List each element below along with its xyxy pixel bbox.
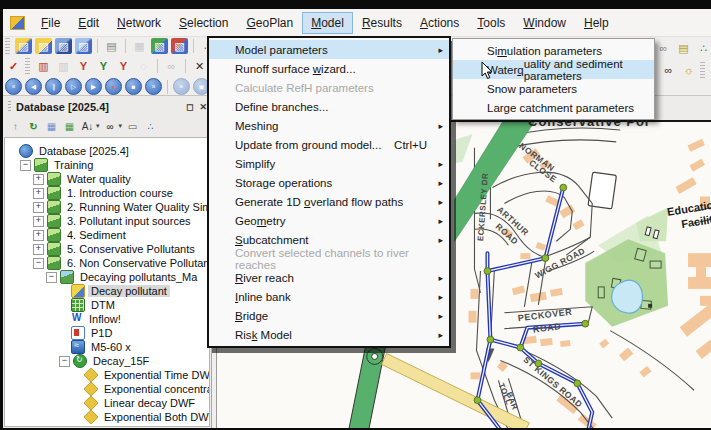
trace-upstream-icon[interactable] (75, 58, 92, 74)
tree-expander-collapse[interactable]: − (20, 160, 31, 171)
grid-view-icon[interactable] (62, 119, 77, 134)
tree-expander-expand[interactable]: + (33, 244, 44, 255)
open-window-icon[interactable] (125, 119, 140, 134)
tree-item-1-introduction-course[interactable]: +1. Introduction course (5, 186, 209, 200)
menu-item-river-reach[interactable]: River reach▸ (209, 268, 449, 287)
panel-float-button[interactable]: ◻ (186, 102, 193, 112)
toolbar-grip[interactable] (5, 38, 10, 54)
tree-item-decay-15f[interactable]: −Decay_15F (5, 354, 209, 368)
tree-item-exponential-concentration-dwf[interactable]: Exponential concentration DWF (5, 382, 209, 396)
tree-item-training[interactable]: −Training (5, 158, 209, 172)
replay-start-icon[interactable] (5, 78, 22, 95)
sort-icon[interactable] (80, 119, 95, 134)
pause-icon[interactable] (45, 78, 62, 95)
update-network-icon[interactable] (75, 38, 92, 54)
tree-item-6-non-conservative-pollutants[interactable]: −6. Non Conservative Pollutants (5, 256, 209, 270)
hierarchy-icon[interactable] (143, 119, 158, 134)
tree-item-water-quality[interactable]: +Water quality (5, 172, 209, 186)
export-results-icon[interactable] (675, 40, 692, 56)
tree-expander-expand[interactable]: + (33, 216, 44, 227)
tree-item-p1d[interactable]: P1D (5, 326, 209, 340)
step-back-icon[interactable] (25, 78, 42, 95)
toolbar-grip[interactable] (25, 58, 30, 74)
menu-network[interactable]: Network (108, 12, 170, 34)
trace-downstream-icon[interactable] (95, 58, 112, 74)
open-model-icon[interactable] (35, 38, 52, 54)
tree-item-linear-decay-dwf[interactable]: Linear decay DWF (5, 396, 209, 410)
menu-actions[interactable]: Actions (411, 12, 468, 34)
layers-icon[interactable] (695, 40, 711, 56)
menu-item-inline-bank[interactable]: Inline bank▸ (209, 287, 449, 306)
tree-expander-collapse[interactable]: − (59, 356, 70, 367)
menu-item-simplify[interactable]: Simplify▸ (209, 154, 449, 173)
clear-selection-icon[interactable] (191, 58, 208, 74)
menu-selection[interactable]: Selection (170, 12, 237, 34)
table-view-icon[interactable] (44, 119, 59, 134)
tree-item-exponential-both-dwf[interactable]: Exponential Both DWF (5, 410, 209, 424)
submenu-arrow-icon: ▸ (438, 197, 443, 207)
tree-item-4-sediment[interactable]: +4. Sediment (5, 228, 209, 242)
new-model-icon[interactable] (15, 38, 32, 54)
menu-item-risk-model[interactable]: Risk Model▸ (209, 325, 449, 344)
menu-item-generate-1d-overland-flow-paths[interactable]: Generate 1D overland flow paths▸ (209, 192, 449, 211)
find-network-object-icon[interactable] (660, 62, 677, 78)
tree-item-inflow[interactable]: Inflow! (5, 312, 209, 326)
grid-report-icon[interactable] (35, 58, 52, 74)
print-icon[interactable] (103, 38, 120, 54)
menu-edit[interactable]: Edit (69, 12, 108, 34)
tree-item-3-pollutant-input-sources[interactable]: +3. Pollutant input sources (5, 214, 209, 228)
tree-item-m5-60-x[interactable]: M5-60 x (5, 340, 209, 354)
tree-item-2-running-water-quality-simulations[interactable]: +2. Running Water Quality Simulations (5, 200, 209, 214)
tree-item-decay-pollutant[interactable]: Decay pollutant (5, 284, 209, 298)
menu-help[interactable]: Help (575, 12, 618, 34)
menu-tools[interactable]: Tools (468, 12, 514, 34)
tree-expander-expand[interactable]: + (33, 230, 44, 241)
toolbar-grip[interactable] (700, 62, 705, 78)
move-up-icon[interactable] (8, 119, 23, 134)
menu-item-update-from-ground-model[interactable]: Update from ground model...Ctrl+U (209, 135, 449, 154)
find-icon[interactable] (103, 119, 118, 134)
menu-item-bridge[interactable]: Bridge▸ (209, 306, 449, 325)
tips-bulb-icon[interactable] (680, 62, 697, 78)
tree-expander-collapse[interactable]: − (33, 258, 44, 269)
validate-network-icon[interactable] (151, 38, 168, 54)
menu-item-runoff-surface-wizard[interactable]: Runoff surface wizard... (209, 59, 449, 78)
tree-item-database-2025-4[interactable]: Database [2025.4] (5, 144, 209, 158)
sort-icon-dropdown[interactable]: ▾ (96, 122, 100, 130)
tree-expander-expand[interactable]: + (33, 202, 44, 213)
menu-item-define-branches[interactable]: Define branches... (209, 97, 449, 116)
menu-item-geometry[interactable]: Geometry▸ (209, 211, 449, 230)
menu-geoplan[interactable]: GeoPlan (237, 12, 302, 34)
menu-model[interactable]: Model (302, 12, 353, 34)
find-results-icon[interactable] (655, 40, 672, 56)
step-forward-icon[interactable] (65, 78, 82, 95)
commit-network-icon[interactable] (55, 38, 72, 54)
panel-close-button[interactable]: ✕ (199, 102, 207, 112)
validate-icon[interactable] (5, 58, 22, 74)
tree-item-5-conservative-pollutants[interactable]: +5. Conservative Pollutants (5, 242, 209, 256)
database-panel-header[interactable]: Database [2025.4] ◻ ✕ (3, 96, 211, 115)
trace-connected-icon[interactable] (115, 58, 132, 74)
menu-item-meshing[interactable]: Meshing▸ (209, 116, 449, 135)
submenu-item-large-catchment-parameters[interactable]: Large catchment parameters (453, 98, 654, 117)
play-icon[interactable] (85, 78, 102, 95)
replay-end-icon[interactable] (145, 78, 162, 95)
tree-item-decaying-pollutants-ma[interactable]: −Decaying pollutants_Ma (5, 270, 209, 284)
stop-icon[interactable] (125, 78, 142, 95)
refresh-icon[interactable] (26, 119, 41, 134)
record-icon[interactable] (105, 78, 122, 95)
replay-options-icon[interactable] (173, 78, 190, 95)
tree-item-exponential-time-dwf[interactable]: Exponential Time DWF (5, 368, 209, 382)
find-icon-dropdown[interactable]: ▾ (119, 122, 123, 130)
tree-expander-collapse[interactable]: − (46, 272, 57, 283)
menu-item-storage-operations[interactable]: Storage operations▸ (209, 173, 449, 192)
menu-window[interactable]: Window (514, 12, 575, 34)
menu-results[interactable]: Results (353, 12, 411, 34)
remove-network-icon[interactable] (171, 38, 188, 54)
menu-item-model-parameters[interactable]: Model parameters▸ (209, 40, 449, 59)
tree-expander-expand[interactable]: + (33, 174, 44, 185)
tree-item-dtm[interactable]: DTM (5, 298, 209, 312)
tree-expander-expand[interactable]: + (33, 188, 44, 199)
panel-grip (8, 101, 11, 112)
menu-file[interactable]: File (32, 12, 69, 34)
